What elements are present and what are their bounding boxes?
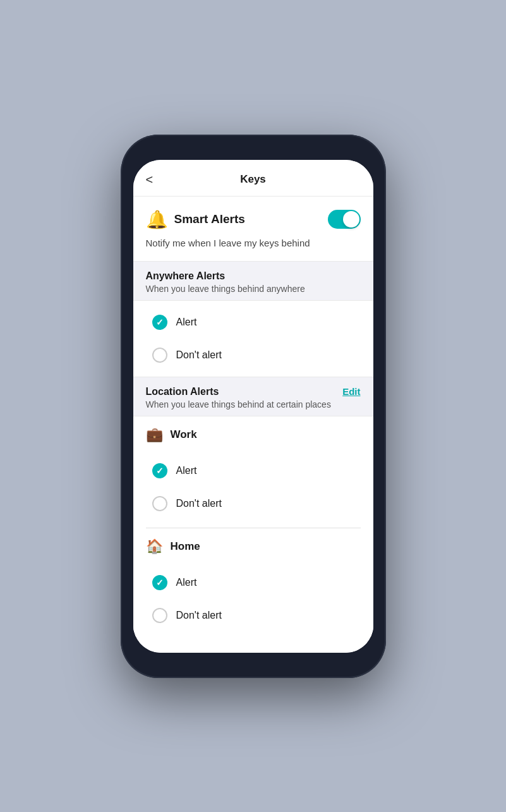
home-label-1: Don't alert xyxy=(176,610,222,621)
work-option-0[interactable]: Alert xyxy=(133,454,373,487)
work-radio-0[interactable] xyxy=(152,463,167,478)
back-button[interactable]: < xyxy=(146,173,165,187)
home-name: Home xyxy=(171,540,200,553)
anywhere-alerts-section: Anywhere Alerts When you leave things be… xyxy=(133,261,373,301)
work-options: Alert Don't alert xyxy=(133,449,373,525)
location-alerts-section: Location Alerts When you leave things be… xyxy=(133,377,373,416)
edit-button[interactable]: Edit xyxy=(342,386,360,397)
anywhere-alert-label-0: Alert xyxy=(176,317,197,328)
phone-frame: < Keys 🔔 Smart Alerts Notify me when I l… xyxy=(121,135,386,678)
work-name: Work xyxy=(171,428,197,441)
anywhere-alert-option-0[interactable]: Alert xyxy=(133,306,373,339)
work-location: 💼 Work Alert Don't alert xyxy=(133,416,373,525)
work-label-1: Don't alert xyxy=(176,498,222,509)
smart-alerts-description: Notify me when I leave my keys behind xyxy=(133,235,373,261)
home-location: 🏠 Home Alert Don't alert xyxy=(133,528,373,637)
anywhere-alert-label-1: Don't alert xyxy=(176,349,222,361)
home-icon: 🏠 xyxy=(146,538,163,555)
anywhere-alert-radio-0[interactable] xyxy=(152,315,167,330)
work-icon: 💼 xyxy=(146,427,163,443)
phone-screen: < Keys 🔔 Smart Alerts Notify me when I l… xyxy=(133,160,373,653)
anywhere-alert-options: Alert Don't alert xyxy=(133,301,373,377)
scroll-content[interactable]: 🔔 Smart Alerts Notify me when I leave my… xyxy=(133,197,373,653)
home-options: Alert Don't alert xyxy=(133,561,373,637)
location-alerts-title: Location Alerts xyxy=(146,386,331,397)
work-header: 💼 Work xyxy=(133,416,373,449)
home-radio-0[interactable] xyxy=(152,575,167,590)
home-header: 🏠 Home xyxy=(133,528,373,561)
home-option-0[interactable]: Alert xyxy=(133,566,373,599)
work-label-0: Alert xyxy=(176,465,197,476)
smart-alerts-label: Smart Alerts xyxy=(174,212,328,226)
anywhere-alerts-desc: When you leave things behind anywhere xyxy=(146,284,361,294)
work-radio-1[interactable] xyxy=(152,496,167,511)
home-radio-1[interactable] xyxy=(152,608,167,623)
toggle-knob xyxy=(343,211,359,227)
header: < Keys xyxy=(133,160,373,197)
anywhere-alert-option-1[interactable]: Don't alert xyxy=(133,339,373,372)
home-option-1[interactable]: Don't alert xyxy=(133,599,373,632)
anywhere-alerts-title: Anywhere Alerts xyxy=(146,270,361,282)
bell-icon: 🔔 xyxy=(146,209,168,230)
home-label-0: Alert xyxy=(176,577,197,588)
anywhere-alert-radio-1[interactable] xyxy=(152,348,167,363)
location-alerts-desc: When you leave things behind at certain … xyxy=(146,399,331,409)
work-option-1[interactable]: Don't alert xyxy=(133,487,373,520)
page-title: Keys xyxy=(240,173,266,186)
smart-alerts-row: 🔔 Smart Alerts xyxy=(133,197,373,235)
smart-alerts-toggle[interactable] xyxy=(328,210,361,229)
